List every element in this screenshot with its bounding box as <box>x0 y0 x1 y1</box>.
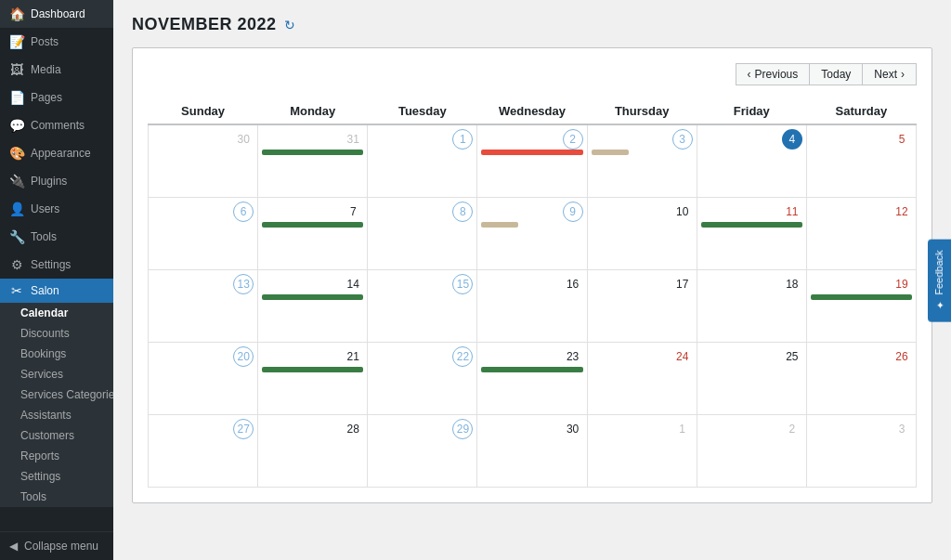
calendar-day[interactable]: 18 <box>697 269 806 342</box>
day-number: 28 <box>343 419 363 439</box>
day-number: 11 <box>782 202 802 222</box>
day-header-tuesday: Tuesday <box>368 98 477 124</box>
calendar-day[interactable]: 29 <box>368 414 477 487</box>
sidebar-sub-discounts[interactable]: Discounts <box>0 323 113 344</box>
calendar-day[interactable]: 24 <box>587 342 697 414</box>
day-number: 13 <box>233 274 254 294</box>
calendar-day[interactable]: 7 <box>258 197 368 269</box>
calendar-day[interactable]: 31 <box>258 124 368 197</box>
sidebar-item-comments[interactable]: 💬 Comments <box>0 111 113 139</box>
calendar-day[interactable]: 3 <box>587 124 697 197</box>
sidebar-item-pages[interactable]: 📄 Pages <box>0 84 113 111</box>
calendar-day[interactable]: 25 <box>697 342 806 414</box>
sidebar-item-users[interactable]: 👤 Users <box>0 195 113 223</box>
day-number: 17 <box>672 274 693 294</box>
calendar-day[interactable]: 11 <box>697 197 806 269</box>
sidebar-item-plugins[interactable]: 🔌 Plugins <box>0 167 113 195</box>
pages-icon: 📄 <box>9 90 24 105</box>
calendar-day[interactable]: 4 <box>697 124 806 197</box>
sidebar-sub-services-categories[interactable]: Services Categories <box>0 384 113 405</box>
sidebar-sub-customers[interactable]: Customers <box>0 425 113 446</box>
calendar-day[interactable]: 1 <box>368 124 477 197</box>
event-bar <box>262 150 363 155</box>
calendar-day[interactable]: 8 <box>368 197 477 269</box>
sub-item-label: Customers <box>20 429 74 442</box>
day-number: 5 <box>892 129 912 150</box>
sidebar-sub-bookings[interactable]: Bookings <box>0 344 113 364</box>
sidebar-item-tools[interactable]: 🔧 Tools <box>0 223 113 251</box>
sidebar-sub-calendar[interactable]: Calendar <box>0 303 113 323</box>
comments-icon: 💬 <box>9 118 24 133</box>
sidebar-item-label: Settings <box>31 258 71 271</box>
calendar-day[interactable]: 21 <box>258 342 368 414</box>
calendar-day[interactable]: 28 <box>258 414 368 487</box>
calendar-day[interactable]: 2 <box>477 124 587 197</box>
calendar-day[interactable]: 9 <box>477 197 587 269</box>
sidebar-sub-services[interactable]: Services <box>0 364 113 384</box>
day-header-friday: Friday <box>697 98 806 124</box>
calendar-day[interactable]: 1 <box>587 414 697 487</box>
sidebar-item-posts[interactable]: 📝 Posts <box>0 28 113 56</box>
collapse-menu-button[interactable]: ◀ Collapse menu <box>0 531 113 560</box>
calendar-day[interactable]: 3 <box>806 414 916 487</box>
collapse-icon: ◀ <box>9 540 18 553</box>
sidebar-item-label: Tools <box>31 230 57 243</box>
sidebar-item-appearance[interactable]: 🎨 Appearance <box>0 139 113 167</box>
calendar-day[interactable]: 2 <box>697 414 806 487</box>
settings-icon: ⚙ <box>9 257 24 272</box>
calendar-day[interactable]: 14 <box>258 269 368 342</box>
calendar-day[interactable]: 13 <box>149 269 258 342</box>
day-number: 6 <box>233 202 254 222</box>
calendar-day[interactable]: 27 <box>149 414 258 487</box>
page-header: NOVEMBER 2022 ↻ <box>132 15 932 34</box>
feedback-label: Feedback <box>934 250 945 294</box>
tools-icon: 🔧 <box>9 229 24 244</box>
salon-icon: ✂ <box>9 283 24 298</box>
next-button[interactable]: Next › <box>862 63 917 85</box>
feedback-icon: ✦ <box>933 298 945 310</box>
day-number: 22 <box>452 346 473 367</box>
media-icon: 🖼 <box>9 62 24 77</box>
feedback-tab[interactable]: ✦ Feedback <box>928 239 951 321</box>
calendar-day[interactable]: 30 <box>477 414 587 487</box>
sidebar-item-salon[interactable]: ✂ Salon <box>0 279 113 303</box>
next-label: Next <box>874 68 897 81</box>
sidebar-sub-reports[interactable]: Reports <box>0 446 113 466</box>
calendar-day[interactable]: 23 <box>477 342 587 414</box>
event-bar <box>481 222 518 228</box>
sidebar-item-media[interactable]: 🖼 Media <box>0 56 113 84</box>
calendar-day[interactable]: 16 <box>477 269 587 342</box>
calendar-day[interactable]: 6 <box>149 197 258 269</box>
calendar-week: 20 21 22 23 24 <box>149 342 917 414</box>
calendar-day[interactable]: 26 <box>806 342 916 414</box>
sidebar-item-settings[interactable]: ⚙ Settings <box>0 251 113 279</box>
day-number: 2 <box>563 129 583 150</box>
today-button[interactable]: Today <box>809 63 863 85</box>
calendar-grid: Sunday Monday Tuesday Wednesday Thursday… <box>148 98 917 488</box>
calendar-day[interactable]: 15 <box>368 269 477 342</box>
day-number: 2 <box>782 419 802 439</box>
calendar-day[interactable]: 22 <box>368 342 477 414</box>
sidebar-item-dashboard[interactable]: 🏠 Dashboard <box>0 0 113 28</box>
sub-item-label: Calendar <box>20 306 68 319</box>
collapse-label: Collapse menu <box>24 540 98 553</box>
main-content: NOVEMBER 2022 ↻ ‹ Previous Today Next › … <box>113 0 951 560</box>
sidebar-item-label: Dashboard <box>31 7 85 20</box>
sidebar-sub-assistants[interactable]: Assistants <box>0 405 113 425</box>
calendar-day[interactable]: 12 <box>806 197 916 269</box>
day-number: 16 <box>563 274 583 294</box>
previous-label: Previous <box>755 68 799 81</box>
previous-button[interactable]: ‹ Previous <box>736 63 811 85</box>
today-label: Today <box>821 68 851 81</box>
calendar-day[interactable]: 30 <box>149 124 258 197</box>
calendar-day[interactable]: 17 <box>587 269 697 342</box>
refresh-icon[interactable]: ↻ <box>284 18 295 33</box>
calendar-day[interactable]: 20 <box>149 342 258 414</box>
event-bar <box>811 294 912 300</box>
sidebar-sub-settings[interactable]: Settings <box>0 466 113 487</box>
calendar-day[interactable]: 19 <box>806 269 916 342</box>
sidebar-sub-tools[interactable]: Tools <box>0 487 113 507</box>
day-number: 31 <box>343 129 363 150</box>
calendar-day[interactable]: 5 <box>806 124 916 197</box>
calendar-day[interactable]: 10 <box>587 197 697 269</box>
